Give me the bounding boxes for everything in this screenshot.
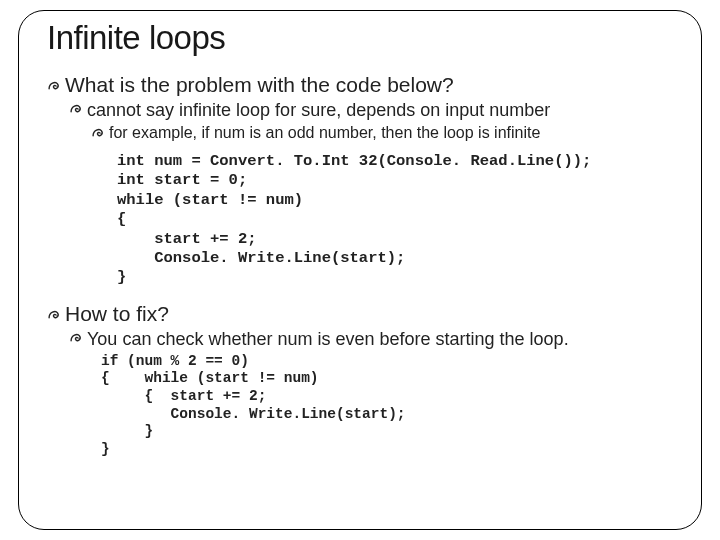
bullet-text: You can check whether num is even before…	[87, 329, 569, 350]
bullet-glyph-icon	[47, 305, 61, 326]
bullet-glyph-icon	[69, 102, 83, 119]
slide-title: Infinite loops	[47, 19, 679, 57]
bullet-subpoint: cannot say infinite loop for sure, depen…	[69, 100, 679, 121]
bullet-text: How to fix?	[65, 302, 169, 326]
slide-content: Infinite loops What is the problem with …	[19, 11, 701, 473]
bullet-howtofix: How to fix?	[47, 302, 679, 326]
bullet-glyph-icon	[91, 126, 105, 142]
bullet-glyph-icon	[47, 76, 61, 97]
bullet-text: cannot say infinite loop for sure, depen…	[87, 100, 550, 121]
bullet-text: for example, if num is an odd number, th…	[109, 124, 540, 142]
slide-frame: Infinite loops What is the problem with …	[18, 10, 702, 530]
bullet-subsubpoint: for example, if num is an odd number, th…	[91, 124, 679, 142]
bullet-question: What is the problem with the code below?	[47, 73, 679, 97]
code-block-1: int num = Convert. To.Int 32(Console. Re…	[117, 152, 679, 288]
bullet-glyph-icon	[69, 331, 83, 348]
bullet-fix-explanation: You can check whether num is even before…	[69, 329, 679, 350]
bullet-text: What is the problem with the code below?	[65, 73, 454, 97]
code-block-2: if (num % 2 == 0) { while (start != num)…	[101, 353, 679, 459]
